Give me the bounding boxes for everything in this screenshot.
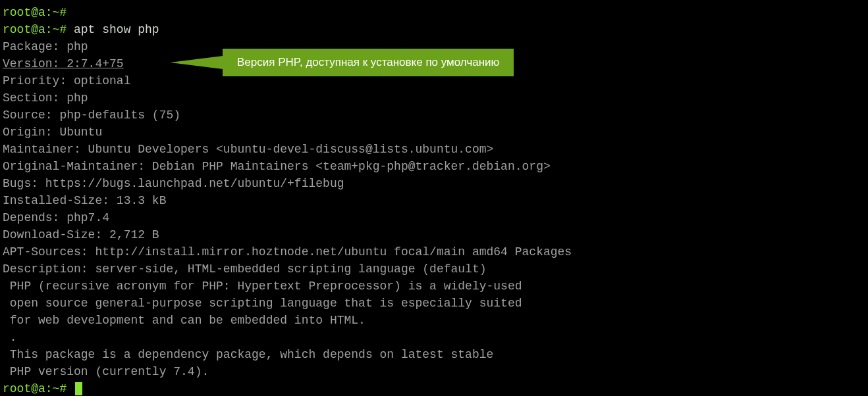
output-section: Section: php — [3, 89, 865, 107]
cursor-block[interactable] — [75, 382, 82, 395]
output-description-body: . — [3, 329, 865, 346]
output-version: Version: 2:7.4+75 — [3, 55, 865, 72]
terminal-line: root@a:~# — [3, 380, 865, 396]
output-installed-size: Installed-Size: 13.3 kB — [3, 192, 865, 209]
output-apt-sources: APT-Sources: http://install.mirror.hoztn… — [3, 243, 865, 260]
terminal-line: root@a:~# — [3, 4, 865, 21]
output-depends: Depends: php7.4 — [3, 209, 865, 226]
shell-prompt: root@a:~# — [3, 382, 74, 395]
output-description: Description: server-side, HTML-embedded … — [3, 260, 865, 278]
output-description-body: This package is a dependency package, wh… — [3, 346, 865, 363]
output-origin: Origin: Ubuntu — [3, 124, 865, 141]
output-description-body: PHP (recursive acronym for PHP: Hypertex… — [3, 278, 865, 295]
terminal-line: root@a:~# apt show php — [3, 21, 865, 38]
output-maintainer: Maintainer: Ubuntu Developers <ubuntu-de… — [3, 141, 865, 158]
shell-prompt: root@a:~# — [3, 23, 67, 36]
output-original-maintainer: Original-Maintainer: Debian PHP Maintain… — [3, 158, 865, 175]
shell-prompt: root@a:~# — [3, 6, 67, 19]
output-description-body: PHP version (currently 7.4). — [3, 363, 865, 380]
output-source: Source: php-defaults (75) — [3, 107, 865, 124]
output-download-size: Download-Size: 2,712 B — [3, 226, 865, 243]
output-priority: Priority: optional — [3, 72, 865, 89]
command-text: apt show php — [67, 23, 159, 36]
output-description-body: open source general-purpose scripting la… — [3, 295, 865, 312]
output-bugs: Bugs: https://bugs.launchpad.net/ubuntu/… — [3, 175, 865, 192]
output-description-body: for web development and can be embedded … — [3, 312, 865, 329]
output-package: Package: php — [3, 38, 865, 55]
